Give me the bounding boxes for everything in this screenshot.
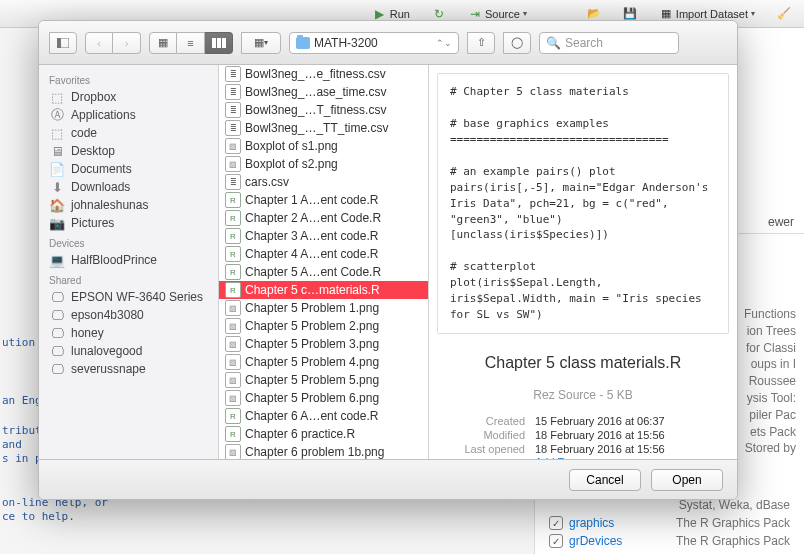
sidebar-item-code[interactable]: ⬚code (39, 124, 218, 142)
svg-rect-1 (57, 38, 61, 48)
sidebar-item-shared[interactable]: 🖵honey (39, 324, 218, 342)
checkbox-icon[interactable]: ✓ (549, 516, 563, 530)
viewer-tab-label[interactable]: ewer (768, 215, 794, 229)
file-row[interactable]: ▧Chapter 5 Problem 6.png (219, 389, 428, 407)
file-type-icon: R (225, 264, 241, 280)
display-icon: 🖵 (49, 344, 65, 358)
file-name: Chapter 6 A…ent code.R (245, 409, 378, 423)
file-row[interactable]: RChapter 2 A…ent Code.R (219, 209, 428, 227)
file-row[interactable]: RChapter 4 A…ent code.R (219, 245, 428, 263)
open-file-dialog: ‹ › ▦ ≡ ▦ ▾ MATH-3200 ⌃⌄ ⇧ ◯ 🔍 Search Fa… (38, 20, 738, 500)
shared-header: Shared (39, 269, 218, 288)
sidebar-item-label: Downloads (71, 180, 130, 194)
forward-button[interactable]: › (113, 32, 141, 54)
file-row[interactable]: RChapter 5 A…ent Code.R (219, 263, 428, 281)
share-button[interactable]: ⇧ (467, 32, 495, 54)
sidebar-item-label: EPSON WF-3640 Series (71, 290, 203, 304)
tags-button[interactable]: ◯ (503, 32, 531, 54)
file-row[interactable]: RChapter 6 A…ent code.R (219, 407, 428, 425)
file-row[interactable]: ▧Chapter 5 Problem 2.png (219, 317, 428, 335)
view-list-button[interactable]: ≡ (177, 32, 205, 54)
file-row[interactable]: ▧Boxplot of s1.png (219, 137, 428, 155)
file-row[interactable]: RChapter 3 A…ent code.R (219, 227, 428, 245)
folder-select[interactable]: MATH-3200 ⌃⌄ (289, 32, 459, 54)
source-label: Source (485, 8, 520, 20)
file-row[interactable]: ≣Bowl3neg_…ase_time.csv (219, 83, 428, 101)
file-type-icon: R (225, 246, 241, 262)
chevron-down-icon: ▾ (523, 9, 527, 18)
preview-code: # Chapter 5 class materials # base graph… (438, 74, 728, 333)
file-row[interactable]: ▧Boxplot of s2.png (219, 155, 428, 173)
sidebar-item-applications[interactable]: ⒶApplications (39, 106, 218, 124)
sidebar-item-shared[interactable]: 🖵severussnape (39, 360, 218, 378)
run-label: Run (390, 8, 410, 20)
file-type-icon: ≣ (225, 66, 241, 82)
back-button[interactable]: ‹ (85, 32, 113, 54)
search-placeholder: Search (565, 36, 603, 50)
laptop-icon: 💻 (49, 253, 65, 267)
sidebar-item-johnaleshunas[interactable]: 🏠johnaleshunas (39, 196, 218, 214)
file-type-icon: ≣ (225, 84, 241, 100)
file-name: Chapter 5 Problem 6.png (245, 391, 379, 405)
file-row[interactable]: ≣Bowl3neg_…_TT_time.csv (219, 119, 428, 137)
file-row[interactable]: RChapter 1 A…ent code.R (219, 191, 428, 209)
sidebar-item-label: Desktop (71, 144, 115, 158)
file-row[interactable]: ≣cars.csv (219, 173, 428, 191)
sidebar-item-shared[interactable]: 🖵epson4b3080 (39, 306, 218, 324)
sidebar-item-icon: Ⓐ (49, 108, 65, 122)
file-row[interactable]: ▧Chapter 5 Problem 3.png (219, 335, 428, 353)
search-icon: 🔍 (546, 36, 561, 50)
file-name: Boxplot of s1.png (245, 139, 338, 153)
svg-rect-3 (217, 38, 221, 48)
sidebar-item-device[interactable]: 💻HalfBloodPrince (39, 251, 218, 269)
chevron-down-icon: ▾ (751, 9, 755, 18)
file-name: Chapter 5 Problem 2.png (245, 319, 379, 333)
file-name: Bowl3neg_…e_fitness.csv (245, 67, 386, 81)
dialog-toolbar: ‹ › ▦ ≡ ▦ ▾ MATH-3200 ⌃⌄ ⇧ ◯ 🔍 Search (39, 21, 737, 65)
sidebar-item-desktop[interactable]: 🖥Desktop (39, 142, 218, 160)
file-type-icon: ▧ (225, 372, 241, 388)
created-label: Created (439, 415, 525, 427)
arrange-button[interactable]: ▦ ▾ (241, 32, 281, 54)
sidebar-item-icon: 📄 (49, 162, 65, 176)
file-name: Chapter 4 A…ent code.R (245, 247, 378, 261)
checkbox-icon[interactable]: ✓ (549, 534, 563, 548)
file-name: Chapter 6 problem 1b.png (245, 445, 384, 459)
file-row[interactable]: ▧Chapter 5 Problem 5.png (219, 371, 428, 389)
package-row-grdevices[interactable]: ✓ grDevices The R Graphics Pack (541, 532, 798, 550)
sidebar-item-dropbox[interactable]: ⬚Dropbox (39, 88, 218, 106)
sidebar-item-shared[interactable]: 🖵EPSON WF-3640 Series (39, 288, 218, 306)
file-row[interactable]: RChapter 5 c…materials.R (219, 281, 428, 299)
sidebar-item-shared[interactable]: 🖵lunalovegood (39, 342, 218, 360)
sidebar-item-pictures[interactable]: 📷Pictures (39, 214, 218, 232)
file-row[interactable]: ≣Bowl3neg_…T_fitness.csv (219, 101, 428, 119)
modified-label: Modified (439, 429, 525, 441)
package-row-graphics[interactable]: ✓ graphics The R Graphics Pack (541, 514, 798, 532)
clear-button[interactable]: 🧹 (770, 4, 798, 24)
run-icon: ▶ (373, 7, 387, 21)
sidebar-item-label: lunalovegood (71, 344, 142, 358)
file-name: Chapter 6 practice.R (245, 427, 355, 441)
file-name: cars.csv (245, 175, 289, 189)
open-button[interactable]: Open (651, 469, 723, 491)
view-column-button[interactable] (205, 32, 233, 54)
dialog-footer: Cancel Open (39, 459, 737, 499)
sidebar-toggle (49, 32, 77, 54)
file-row[interactable]: ▧Chapter 6 problem 1b.png (219, 443, 428, 459)
file-row[interactable]: RChapter 6 practice.R (219, 425, 428, 443)
file-row[interactable]: ▧Chapter 5 Problem 4.png (219, 353, 428, 371)
search-input[interactable]: 🔍 Search (539, 32, 679, 54)
sidebar-item-downloads[interactable]: ⬇Downloads (39, 178, 218, 196)
file-name: Chapter 5 Problem 1.png (245, 301, 379, 315)
modified-value: 18 February 2016 at 15:56 (535, 429, 665, 441)
file-row[interactable]: ≣Bowl3neg_…e_fitness.csv (219, 65, 428, 83)
file-type-icon: ▧ (225, 318, 241, 334)
cancel-button[interactable]: Cancel (569, 469, 641, 491)
sidebar-item-documents[interactable]: 📄Documents (39, 160, 218, 178)
sidebar-item-icon: ⬇ (49, 180, 65, 194)
file-list-column[interactable]: ≣Bowl3neg_…e_fitness.csv≣Bowl3neg_…ase_t… (219, 65, 429, 459)
file-name: Chapter 2 A…ent Code.R (245, 211, 381, 225)
sidebar-show-button[interactable] (49, 32, 77, 54)
view-icon-button[interactable]: ▦ (149, 32, 177, 54)
file-row[interactable]: ▧Chapter 5 Problem 1.png (219, 299, 428, 317)
